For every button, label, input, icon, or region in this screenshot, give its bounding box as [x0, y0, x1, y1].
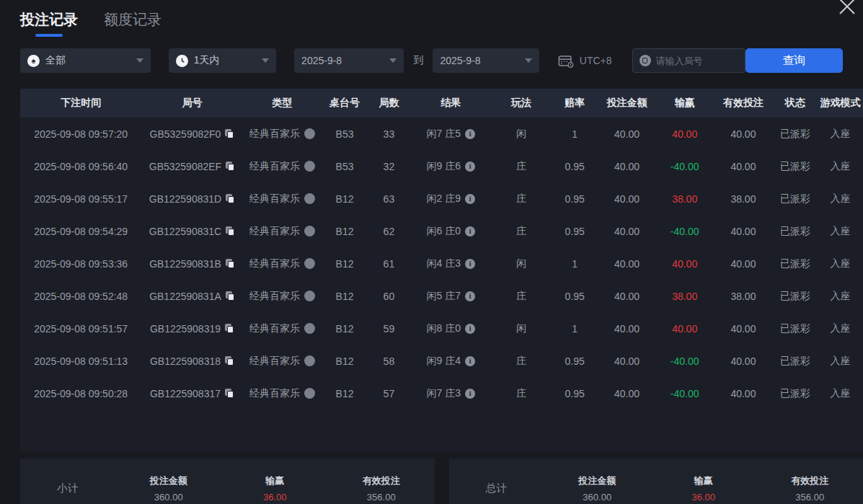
game-mode-cell: 入座	[818, 182, 863, 215]
copy-icon[interactable]	[226, 162, 235, 171]
game-mode-cell: 入座	[818, 280, 863, 312]
tab-label: 投注记录	[20, 12, 78, 27]
column-header: 结果	[410, 89, 491, 118]
timezone-group: UTC+8	[558, 54, 612, 68]
table-no-cell: B12	[322, 312, 367, 345]
play-cell: 庄	[491, 377, 551, 410]
game-type-cell: 经典百家乐	[243, 215, 322, 247]
game-mode-cell: 入座	[818, 345, 863, 377]
game-logo-icon	[304, 388, 315, 399]
date-from-dropdown[interactable]: 2025-9-8	[294, 48, 404, 73]
game-logo-icon	[304, 323, 315, 334]
play-cell: 庄	[491, 345, 551, 377]
total-bet: 投注金额 360.00	[544, 474, 651, 503]
round-id-cell: GB122590831B	[141, 247, 242, 280]
odds-cell: 0.95	[551, 215, 598, 247]
bet-amount-cell: 40.00	[598, 377, 655, 410]
tab-betting-records[interactable]: 投注记录	[20, 10, 78, 37]
odds-cell: 0.95	[551, 150, 598, 182]
info-icon[interactable]: i	[465, 129, 475, 139]
copy-icon[interactable]	[226, 259, 235, 268]
active-tab-underline	[35, 34, 63, 37]
win-loss-cell: 40.00	[655, 312, 714, 345]
date-to-dropdown[interactable]: 2025-9-8	[433, 48, 539, 73]
spade-icon: ♠	[27, 55, 40, 67]
info-icon[interactable]: i	[465, 194, 475, 204]
copy-icon[interactable]	[225, 324, 234, 333]
chevron-down-icon	[525, 58, 532, 63]
game-type-cell: 经典百家乐	[243, 150, 322, 182]
info-icon[interactable]: i	[465, 291, 475, 301]
win-loss-cell: -40.00	[655, 215, 714, 247]
result-cell: 闲6 庄0 i	[410, 215, 491, 247]
total-win: 输赢 36.00	[650, 474, 757, 503]
query-button[interactable]: 查询	[745, 48, 843, 73]
game-type-dropdown[interactable]: ♠ 全部	[20, 48, 151, 73]
calendar-clock-icon	[558, 54, 574, 68]
round-id-cell: GB53259082EF	[141, 150, 242, 182]
odds-cell: 0.95	[551, 377, 598, 410]
game-mode-cell: 入座	[818, 312, 863, 345]
bet-amount-cell: 40.00	[598, 247, 655, 280]
bet-time-cell: 2025-09-08 09:52:48	[20, 280, 141, 312]
copy-icon[interactable]	[226, 291, 235, 301]
status-cell: 已派彩	[773, 280, 818, 312]
result-cell: 闲5 庄7 i	[410, 280, 491, 312]
bet-amount-cell: 40.00	[598, 215, 655, 247]
round-id-cell: GB122590831C	[141, 215, 242, 247]
game-type-cell: 经典百家乐	[243, 377, 322, 410]
round-id-cell: GB1225908317	[141, 377, 242, 410]
game-logo-icon	[304, 258, 315, 269]
game-type-cell: 经典百家乐	[243, 312, 322, 345]
bet-amount-cell: 40.00	[598, 280, 655, 312]
date-from-value: 2025-9-8	[301, 55, 342, 66]
bet-time-cell: 2025-09-08 09:57:20	[20, 118, 141, 150]
play-cell: 闲	[491, 247, 551, 280]
round-no-cell: 33	[368, 118, 411, 150]
column-header: 状态	[773, 89, 818, 118]
game-type-cell: 经典百家乐	[243, 345, 322, 377]
table-no-cell: B12	[322, 247, 367, 280]
column-header: 玩法	[491, 89, 551, 118]
tab-bar: 投注记录 额度记录	[0, 0, 863, 37]
copy-icon[interactable]	[225, 389, 234, 398]
close-icon[interactable]	[834, 0, 860, 19]
game-mode-cell: 入座	[818, 118, 863, 150]
info-icon[interactable]: i	[465, 259, 475, 269]
round-input[interactable]	[656, 56, 735, 66]
copy-icon[interactable]	[226, 194, 235, 203]
clock-icon	[176, 55, 188, 67]
round-search-box	[632, 48, 745, 73]
odds-cell: 0.95	[551, 182, 598, 215]
info-icon[interactable]: i	[465, 162, 475, 172]
play-cell: 庄	[491, 182, 551, 215]
table-body: 2025-09-08 09:57:20 GB53259082F0 经典百家乐 B…	[20, 118, 863, 410]
odds-cell: 0.95	[551, 345, 598, 377]
copy-icon[interactable]	[226, 226, 235, 236]
play-cell: 庄	[491, 280, 551, 312]
records-table: 下注时间局号类型桌台号局数结果玩法赔率投注金额输赢有效投注状态游戏模式 2025…	[20, 89, 863, 451]
timezone-label: UTC+8	[580, 55, 612, 66]
column-header: 下注时间	[20, 89, 141, 118]
result-cell: 闲2 庄9 i	[410, 182, 491, 215]
copy-icon[interactable]	[225, 356, 234, 366]
table-no-cell: B12	[322, 377, 367, 410]
odds-cell: 1	[551, 247, 598, 280]
filter-bar: ♠ 全部 1天内 2025-9-8 到 2025-9-8	[20, 48, 843, 73]
info-icon[interactable]: i	[465, 324, 475, 334]
status-cell: 已派彩	[773, 118, 818, 150]
info-icon[interactable]: i	[465, 356, 475, 366]
info-icon[interactable]: i	[465, 389, 475, 399]
tab-quota-records[interactable]: 额度记录	[104, 10, 161, 37]
betting-records-dialog: 投注记录 额度记录 ♠ 全部 1天内 2025-9-8 到 2025-9-8	[0, 0, 863, 504]
valid-bet-cell: 40.00	[714, 377, 773, 410]
bet-time-cell: 2025-09-08 09:51:13	[20, 345, 141, 377]
copy-icon[interactable]	[225, 129, 234, 138]
round-id-cell: GB122590831A	[141, 280, 242, 312]
table-no-cell: B12	[322, 182, 367, 215]
round-id-cell: GB122590831D	[141, 182, 242, 215]
subtotal-win: 输赢 36.00	[222, 474, 329, 503]
time-range-dropdown[interactable]: 1天内	[169, 48, 276, 73]
info-icon[interactable]: i	[465, 226, 475, 236]
table-row: 2025-09-08 09:50:28 GB1225908317 经典百家乐 B…	[20, 377, 863, 410]
